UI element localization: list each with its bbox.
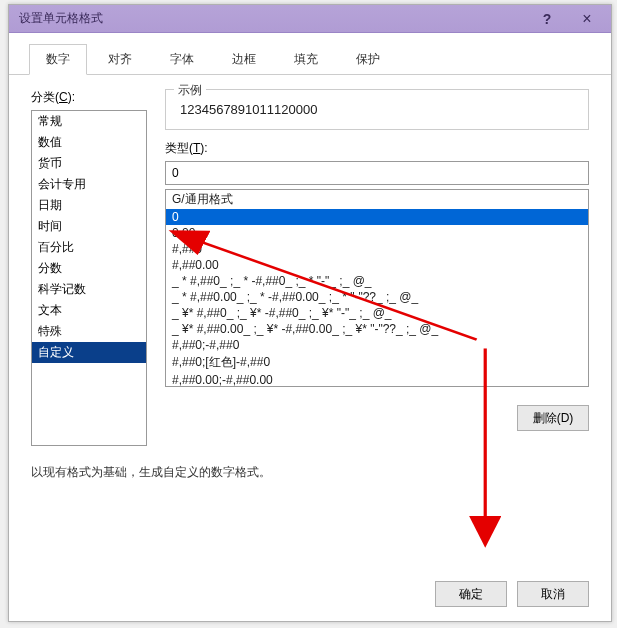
tab-4[interactable]: 填充 [277,44,335,75]
category-item[interactable]: 百分比 [32,237,146,258]
type-item[interactable]: _ ¥* #,##0_ ;_ ¥* -#,##0_ ;_ ¥* "-"_ ;_ … [166,305,588,321]
tab-content-number: 分类(C): 常规数值货币会计专用日期时间百分比分数科学记数文本特殊自定义 示例… [9,75,611,569]
type-item[interactable]: _ ¥* #,##0.00_ ;_ ¥* -#,##0.00_ ;_ ¥* "-… [166,321,588,337]
category-item[interactable]: 特殊 [32,321,146,342]
category-item[interactable]: 自定义 [32,342,146,363]
tab-bar: 数字对齐字体边框填充保护 [9,33,611,75]
type-item[interactable]: #,##0;[红色]-#,##0 [166,353,588,372]
tab-3[interactable]: 边框 [215,44,273,75]
sample-value: 1234567891011120000 [176,96,578,119]
dialog-footer: 确定 取消 [9,569,611,621]
close-icon: × [582,10,591,28]
category-item[interactable]: 文本 [32,300,146,321]
tab-0[interactable]: 数字 [29,44,87,75]
category-item[interactable]: 货币 [32,153,146,174]
titlebar: 设置单元格格式 ? × [9,5,611,33]
category-item[interactable]: 日期 [32,195,146,216]
type-item[interactable]: #,##0.00;-#,##0.00 [166,372,588,387]
type-item[interactable]: _ * #,##0.00_ ;_ * -#,##0.00_ ;_ * "-"??… [166,289,588,305]
category-item[interactable]: 会计专用 [32,174,146,195]
type-listbox[interactable]: G/通用格式00.00#,##0#,##0.00_ * #,##0_ ;_ * … [165,189,589,387]
format-cells-dialog: 设置单元格格式 ? × 数字对齐字体边框填充保护 分类(C): 常规数值货币会计… [8,4,612,622]
category-item[interactable]: 常规 [32,111,146,132]
type-item[interactable]: #,##0 [166,241,588,257]
type-item[interactable]: #,##0;-#,##0 [166,337,588,353]
ok-button[interactable]: 确定 [435,581,507,607]
hint-text: 以现有格式为基础，生成自定义的数字格式。 [31,464,589,481]
category-listbox[interactable]: 常规数值货币会计专用日期时间百分比分数科学记数文本特殊自定义 [31,110,147,446]
close-button[interactable]: × [567,8,607,30]
type-item[interactable]: #,##0.00 [166,257,588,273]
category-label: 分类(C): [31,89,147,106]
help-button[interactable]: ? [527,8,567,30]
tab-1[interactable]: 对齐 [91,44,149,75]
tab-2[interactable]: 字体 [153,44,211,75]
type-item[interactable]: G/通用格式 [166,190,588,209]
type-input[interactable] [165,161,589,185]
tab-5[interactable]: 保护 [339,44,397,75]
category-item[interactable]: 分数 [32,258,146,279]
cancel-button[interactable]: 取消 [517,581,589,607]
sample-group: 示例 1234567891011120000 [165,89,589,130]
sample-legend: 示例 [174,82,206,99]
type-label: 类型(T): [165,140,589,157]
type-item[interactable]: 0.00 [166,225,588,241]
type-item[interactable]: 0 [166,209,588,225]
help-icon: ? [543,11,552,27]
type-item[interactable]: _ * #,##0_ ;_ * -#,##0_ ;_ * "-"_ ;_ @_ [166,273,588,289]
category-item[interactable]: 时间 [32,216,146,237]
category-item[interactable]: 科学记数 [32,279,146,300]
dialog-title: 设置单元格格式 [19,10,527,27]
category-item[interactable]: 数值 [32,132,146,153]
delete-button[interactable]: 删除(D) [517,405,589,431]
